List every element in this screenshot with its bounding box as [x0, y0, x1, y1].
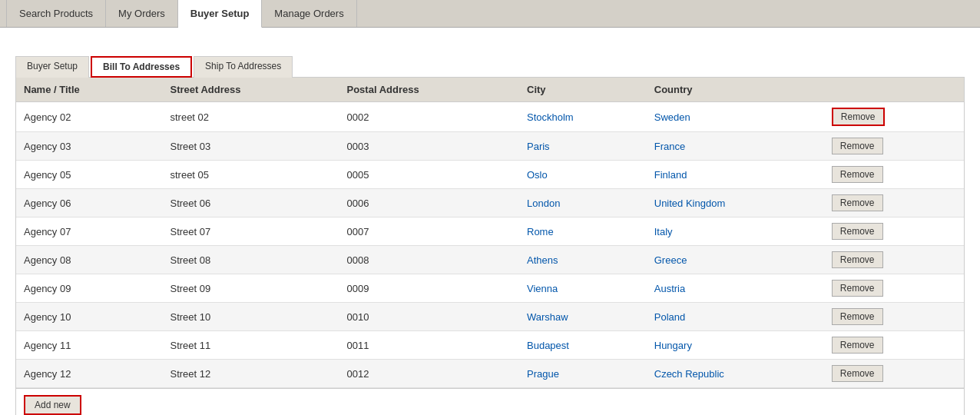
table-row: Agency 09Street 090009ViennaAustriaRemov… — [16, 274, 964, 303]
street-cell: Street 12 — [162, 360, 339, 388]
remove-cell: Remove — [824, 274, 964, 303]
street-cell: Street 11 — [162, 331, 339, 360]
col-header-5 — [824, 78, 964, 102]
table-row: Agency 11Street 110011BudapestHungaryRem… — [16, 331, 964, 360]
col-header-3: City — [519, 78, 647, 102]
col-header-2: Postal Address — [339, 78, 520, 102]
remove-cell: Remove — [824, 102, 964, 132]
postal-cell: 0003 — [339, 132, 520, 161]
postal-cell: 0010 — [339, 303, 520, 331]
street-cell: street 05 — [162, 161, 339, 189]
remove-button[interactable]: Remove — [832, 280, 883, 297]
country-cell: Poland — [647, 303, 824, 331]
name-cell: Agency 02 — [16, 102, 162, 132]
street-cell: Street 07 — [162, 217, 339, 246]
remove-button[interactable]: Remove — [832, 365, 883, 382]
remove-cell: Remove — [824, 331, 964, 360]
remove-cell: Remove — [824, 303, 964, 331]
country-cell: Sweden — [647, 102, 824, 132]
table-body: Agency 02street 020002StockholmSwedenRem… — [16, 102, 964, 388]
name-cell: Agency 10 — [16, 303, 162, 331]
table-row: Agency 05street 050005OsloFinlandRemove — [16, 161, 964, 189]
sub-tab-ship-to-addresses[interactable]: Ship To Addresses — [194, 56, 293, 78]
nav-item-my-orders[interactable]: My Orders — [106, 0, 178, 27]
country-cell: Czech Republic — [647, 360, 824, 388]
sub-tabs: Buyer SetupBill To AddressesShip To Addr… — [15, 55, 965, 78]
remove-button[interactable]: Remove — [832, 223, 883, 240]
city-cell: Warshaw — [519, 303, 647, 331]
col-header-4: Country — [647, 78, 824, 102]
name-cell: Agency 11 — [16, 331, 162, 360]
postal-cell: 0012 — [339, 360, 520, 388]
remove-button[interactable]: Remove — [832, 138, 883, 154]
street-cell: Street 09 — [162, 274, 339, 303]
postal-cell: 0005 — [339, 161, 520, 189]
add-new-row: Add new — [16, 388, 964, 415]
addresses-table: Name / TitleStreet AddressPostal Address… — [16, 78, 964, 388]
postal-cell: 0008 — [339, 246, 520, 274]
country-cell: Finland — [647, 161, 824, 189]
city-cell: Prague — [519, 360, 647, 388]
name-cell: Agency 03 — [16, 132, 162, 161]
country-cell: Italy — [647, 217, 824, 246]
remove-button[interactable]: Remove — [832, 108, 885, 126]
remove-button[interactable]: Remove — [832, 194, 883, 211]
city-cell: London — [519, 189, 647, 217]
postal-cell: 0006 — [339, 189, 520, 217]
country-cell: United Kingdom — [647, 189, 824, 217]
remove-cell: Remove — [824, 246, 964, 274]
name-cell: Agency 08 — [16, 246, 162, 274]
country-cell: France — [647, 132, 824, 161]
street-cell: street 02 — [162, 102, 339, 132]
nav-item-manage-orders[interactable]: Manage Orders — [262, 0, 356, 27]
table-row: Agency 08Street 080008AthensGreeceRemove — [16, 246, 964, 274]
street-cell: Street 08 — [162, 246, 339, 274]
country-cell: Austria — [647, 274, 824, 303]
col-header-1: Street Address — [162, 78, 339, 102]
col-header-0: Name / Title — [16, 78, 162, 102]
table-row: Agency 06Street 060006LondonUnited Kingd… — [16, 189, 964, 217]
remove-cell: Remove — [824, 217, 964, 246]
postal-cell: 0011 — [339, 331, 520, 360]
remove-button[interactable]: Remove — [832, 251, 883, 268]
table-row: Agency 03Street 030003ParisFranceRemove — [16, 132, 964, 161]
sub-tab-buyer-setup[interactable]: Buyer Setup — [15, 56, 89, 78]
postal-cell: 0002 — [339, 102, 520, 132]
street-cell: Street 10 — [162, 303, 339, 331]
name-cell: Agency 12 — [16, 360, 162, 388]
remove-button[interactable]: Remove — [832, 337, 883, 354]
table-header: Name / TitleStreet AddressPostal Address… — [16, 78, 964, 102]
remove-cell: Remove — [824, 360, 964, 388]
country-cell: Hungary — [647, 331, 824, 360]
main-content: Buyer SetupBill To AddressesShip To Addr… — [0, 28, 980, 415]
name-cell: Agency 07 — [16, 217, 162, 246]
nav-item-buyer-setup[interactable]: Buyer Setup — [178, 0, 263, 28]
postal-cell: 0007 — [339, 217, 520, 246]
table-row: Agency 10Street 100010WarshawPolandRemov… — [16, 303, 964, 331]
name-cell: Agency 09 — [16, 274, 162, 303]
remove-cell: Remove — [824, 189, 964, 217]
city-cell: Oslo — [519, 161, 647, 189]
table-row: Agency 12Street 120012PragueCzech Republ… — [16, 360, 964, 388]
table-row: Agency 07Street 070007RomeItalyRemove — [16, 217, 964, 246]
sub-tab-bill-to-addresses[interactable]: Bill To Addresses — [91, 56, 192, 78]
remove-button[interactable]: Remove — [832, 166, 883, 183]
nav-item-search-products[interactable]: Search Products — [6, 0, 106, 27]
city-cell: Budapest — [519, 331, 647, 360]
city-cell: Vienna — [519, 274, 647, 303]
city-cell: Paris — [519, 132, 647, 161]
name-cell: Agency 05 — [16, 161, 162, 189]
city-cell: Athens — [519, 246, 647, 274]
table-area: Name / TitleStreet AddressPostal Address… — [15, 78, 965, 415]
remove-cell: Remove — [824, 161, 964, 189]
remove-cell: Remove — [824, 132, 964, 161]
name-cell: Agency 06 — [16, 189, 162, 217]
postal-cell: 0009 — [339, 274, 520, 303]
top-nav: Search ProductsMy OrdersBuyer SetupManag… — [0, 0, 980, 28]
add-new-button[interactable]: Add new — [24, 395, 81, 415]
street-cell: Street 06 — [162, 189, 339, 217]
city-cell: Stockholm — [519, 102, 647, 132]
street-cell: Street 03 — [162, 132, 339, 161]
remove-button[interactable]: Remove — [832, 308, 883, 325]
city-cell: Rome — [519, 217, 647, 246]
